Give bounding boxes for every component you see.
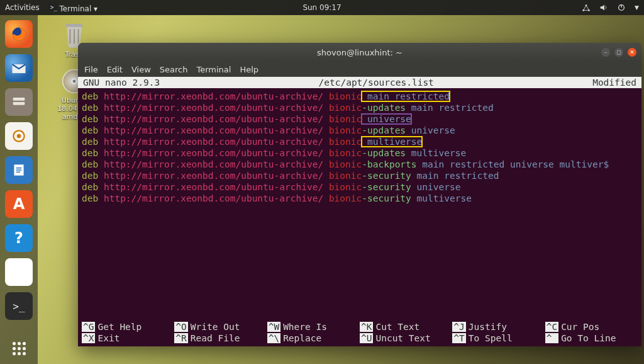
terminal-window: shovon@linuxhint: ~ – ◻ ✕ File Edit View…: [78, 43, 641, 346]
ubuntu-software-launcher[interactable]: A: [5, 190, 33, 218]
svg-point-20: [73, 80, 76, 83]
sources-line: deb http://mirror.xeonbd.com/ubuntu-arch…: [82, 170, 638, 181]
sources-line: deb http://mirror.xeonbd.com/ubuntu-arch…: [82, 193, 638, 204]
activities-button[interactable]: Activities: [5, 3, 40, 12]
svg-text:>_: >_: [50, 3, 57, 11]
show-applications-button[interactable]: [0, 342, 38, 355]
rhythmbox-launcher[interactable]: [5, 122, 33, 150]
system-menu-caret-icon[interactable]: ▼: [635, 4, 639, 11]
svg-rect-16: [66, 24, 82, 27]
window-titlebar[interactable]: shovon@linuxhint: ~ – ◻ ✕: [78, 43, 641, 62]
help-launcher[interactable]: ?: [5, 224, 33, 252]
menu-view[interactable]: View: [131, 65, 151, 74]
nano-shortcut: ^UUncut Text: [360, 333, 452, 344]
nano-shortcut: ^GGet Help: [82, 321, 174, 333]
nano-shortcut: ^\Replace: [267, 333, 360, 344]
nano-shortcut: ^TTo Spell: [452, 333, 545, 344]
amazon-launcher[interactable]: a: [5, 258, 33, 286]
nano-shortcut: ^WWhere Is: [267, 321, 360, 333]
nano-titlebar: GNU nano 2.9.3 /etc/apt/sources.list Mod…: [78, 77, 641, 88]
nano-shortcut-bar: ^GGet Help^OWrite Out^WWhere Is^KCut Tex…: [78, 321, 641, 346]
libreoffice-writer-launcher[interactable]: [5, 156, 33, 184]
menu-help[interactable]: Help: [240, 65, 258, 74]
network-icon[interactable]: [582, 3, 591, 12]
nano-buffer[interactable]: deb http://mirror.xeonbd.com/ubuntu-arch…: [78, 88, 641, 204]
nano-shortcut: ^CCur Pos: [545, 321, 638, 333]
sources-line: deb http://mirror.xeonbd.com/ubuntu-arch…: [82, 159, 638, 170]
menu-terminal[interactable]: Terminal: [196, 65, 231, 74]
ubuntu-dock: A ? a >_: [0, 15, 38, 364]
window-title: shovon@linuxhint: ~: [317, 48, 402, 57]
sources-line: deb http://mirror.xeonbd.com/ubuntu-arch…: [82, 136, 638, 147]
menu-search[interactable]: Search: [160, 65, 188, 74]
app-menu[interactable]: >_ Terminal ▾: [48, 3, 97, 13]
gnome-top-bar: Activities >_ Terminal ▾ Sun 09:17 ▼: [0, 0, 644, 15]
nano-shortcut: ^OWrite Out: [174, 321, 267, 333]
terminal-viewport[interactable]: GNU nano 2.9.3 /etc/apt/sources.list Mod…: [78, 77, 641, 346]
menu-file[interactable]: File: [84, 65, 98, 74]
thunderbird-launcher[interactable]: [5, 54, 33, 82]
sources-line: deb http://mirror.xeonbd.com/ubuntu-arch…: [82, 125, 638, 136]
window-minimize-button[interactable]: –: [601, 48, 610, 57]
window-close-button[interactable]: ✕: [628, 48, 636, 57]
window-maximize-button[interactable]: ◻: [614, 48, 623, 57]
power-icon[interactable]: [617, 3, 626, 12]
sources-line: deb http://mirror.xeonbd.com/ubuntu-arch…: [82, 181, 638, 193]
nano-shortcut: ^RRead File: [174, 333, 267, 344]
sources-line: deb http://mirror.xeonbd.com/ubuntu-arch…: [82, 113, 638, 125]
terminal-menubar: File Edit View Search Terminal Help: [78, 62, 641, 77]
nano-status: Modified: [592, 77, 636, 88]
nano-shortcut: ^JJustify: [452, 321, 545, 333]
clock[interactable]: Sun 09:17: [303, 3, 341, 12]
sources-line: deb http://mirror.xeonbd.com/ubuntu-arch…: [82, 102, 638, 113]
volume-icon[interactable]: [599, 3, 608, 12]
nano-shortcut: ^KCut Text: [360, 321, 452, 333]
sources-line: deb http://mirror.xeonbd.com/ubuntu-arch…: [82, 91, 638, 102]
svg-rect-9: [13, 102, 25, 105]
firefox-launcher[interactable]: [5, 20, 33, 48]
files-launcher[interactable]: [5, 88, 33, 116]
nano-shortcut: ^_Go To Line: [545, 333, 638, 344]
terminal-launcher[interactable]: >_: [5, 292, 33, 320]
sources-line: deb http://mirror.xeonbd.com/ubuntu-arch…: [82, 147, 638, 159]
menu-edit[interactable]: Edit: [107, 65, 123, 74]
nano-shortcut: ^XExit: [82, 333, 174, 344]
terminal-small-icon: >_: [48, 3, 57, 11]
nano-version: GNU nano 2.9.3: [83, 77, 160, 88]
nano-filepath: /etc/apt/sources.list: [160, 77, 592, 88]
svg-point-11: [18, 135, 20, 137]
svg-rect-8: [13, 98, 25, 101]
